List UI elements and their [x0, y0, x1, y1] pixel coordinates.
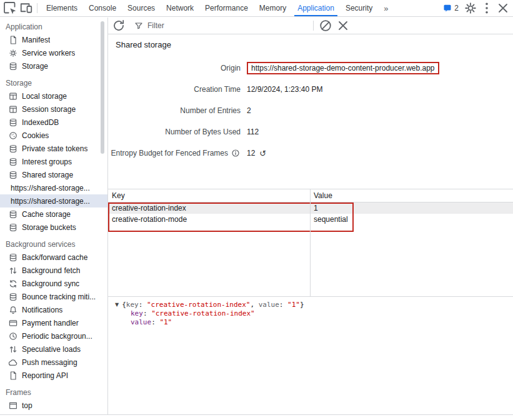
table-header: Key Value [108, 189, 513, 202]
filter-input[interactable] [147, 21, 309, 30]
cell-value: 1 [310, 204, 513, 212]
sidebar-item-local-storage[interactable]: Local storage [0, 89, 107, 102]
section-title-background-services: Background services [6, 240, 107, 249]
sidebar-item-private-state-tokens[interactable]: Private state tokens [0, 142, 107, 155]
section-title-application: Application [6, 22, 107, 31]
table-row-creative-rotation-mode[interactable]: creative-rotation-modesequential [108, 214, 513, 225]
sidebar-item-manifest[interactable]: Manifest [0, 33, 107, 46]
field-label-text: Origin [221, 64, 241, 72]
tab-network[interactable]: Network [161, 0, 199, 16]
sidebar-item-reporting-api[interactable]: Reporting API [0, 369, 107, 382]
field-label: Origin [108, 64, 241, 72]
tab-elements[interactable]: Elements [41, 0, 83, 16]
sidebar-tree: ApplicationManifestService workersStorag… [0, 22, 107, 412]
field-value-text: 112 [247, 128, 259, 136]
sidebar-item-top[interactable]: top [0, 399, 107, 412]
sidebar-item-label: Storage buckets [22, 223, 76, 232]
sidebar-item-label: Reporting API [22, 371, 68, 380]
tab-security[interactable]: Security [340, 0, 378, 16]
sidebar-item-interest-groups[interactable]: Interest groups [0, 155, 107, 168]
sidebar-item-cookies[interactable]: Cookies [0, 129, 107, 142]
sidebar-item-payment-handler[interactable]: Payment handler [0, 316, 107, 329]
tab-memory[interactable]: Memory [254, 0, 292, 16]
close-devtools-icon[interactable] [496, 1, 511, 16]
filter-funnel-icon [134, 21, 144, 31]
arrows-up-down-icon [8, 344, 18, 354]
delete-all-icon[interactable] [318, 18, 333, 33]
field-label-text: Number of Entries [180, 106, 241, 115]
section-title-storage: Storage [6, 79, 107, 88]
more-options-icon[interactable] [479, 1, 494, 16]
application-sidebar: ApplicationManifestService workersStorag… [0, 18, 108, 414]
sidebar-item-shared-storage[interactable]: Shared storage [0, 168, 107, 181]
field-label-text: Entropy Budget for Fenced Frames [111, 149, 228, 158]
clear-icon[interactable] [336, 18, 351, 33]
tab-console[interactable]: Console [83, 0, 122, 16]
column-header-key[interactable]: Key [108, 189, 310, 202]
tab-application[interactable]: Application [292, 0, 340, 16]
tab-sources[interactable]: Sources [122, 0, 161, 16]
database-icon [8, 157, 18, 167]
sidebar-item-background-sync[interactable]: Background sync [0, 277, 107, 290]
issues-icon[interactable]: 2 [439, 1, 462, 16]
field-label: Number of Bytes Used [108, 128, 241, 136]
refresh-icon[interactable] [111, 18, 126, 33]
sidebar-item-background-fetch[interactable]: Background fetch [0, 264, 107, 277]
database-icon [8, 144, 18, 154]
reset-budget-icon[interactable]: ↺ [259, 149, 266, 158]
sidebar-item-back-forward-cache[interactable]: Back/forward cache [0, 251, 107, 264]
field-value: https://shared-storage-demo-content-prod… [247, 62, 439, 74]
sidebar-item-label: Private state tokens [22, 144, 87, 153]
sidebar-item-label: Service workers [22, 49, 75, 58]
document-icon [8, 371, 18, 381]
sidebar-item-speculative-loads[interactable]: Speculative loads [0, 342, 107, 356]
column-header-value[interactable]: Value [310, 189, 513, 202]
report-field-number-of-entries: Number of Entries2 [108, 100, 513, 121]
cell-value: sequential [310, 215, 513, 224]
sidebar-item-https-shared-storage[interactable]: https://shared-storage... [0, 181, 107, 194]
sidebar-item-label: Push messaging [22, 358, 77, 367]
sync-icon [8, 279, 18, 289]
sidebar-item-storage-buckets[interactable]: Storage buckets [0, 221, 107, 234]
inspect-element-icon[interactable] [2, 1, 17, 16]
device-toolbar-icon[interactable] [19, 1, 34, 16]
sidebar-item-indexeddb[interactable]: IndexedDB [0, 116, 107, 129]
card-icon [8, 318, 18, 328]
table-row-creative-rotation-index[interactable]: creative-rotation-index1 [108, 202, 513, 214]
cell-key: creative-rotation-mode [108, 215, 310, 224]
sidebar-item-service-workers[interactable]: Service workers [0, 46, 107, 59]
field-label-text: Creation Time [194, 85, 241, 94]
frame-icon [8, 401, 18, 411]
sidebar-item-session-storage[interactable]: Session storage [0, 102, 107, 116]
column-divider[interactable] [310, 189, 311, 296]
sidebar-item-push-messaging[interactable]: Push messaging [0, 356, 107, 369]
field-value: 12/9/2024, 1:23:40 PM [247, 85, 322, 94]
storage-items-table: Key Value creative-rotation-index1creati… [108, 189, 513, 296]
more-tabs-icon[interactable]: » [379, 4, 392, 13]
issues-count: 2 [454, 4, 459, 12]
panel-toolbar [108, 18, 513, 34]
settings-gear-icon[interactable] [463, 1, 478, 16]
sidebar-item-storage[interactable]: Storage [0, 59, 107, 72]
sidebar-item-label: Cookies [22, 131, 49, 140]
sidebar-item-label: Payment handler [22, 319, 79, 328]
bell-icon [8, 305, 18, 315]
info-icon[interactable] [231, 148, 241, 158]
field-label: Entropy Budget for Fenced Frames [108, 148, 241, 158]
database-icon [8, 61, 18, 71]
sidebar-item-label: Background fetch [22, 266, 80, 275]
sidebar-item-cache-storage[interactable]: Cache storage [0, 208, 107, 221]
property-name: value [131, 318, 151, 326]
sidebar-item-periodic-backgroun[interactable]: Periodic backgroun... [0, 329, 107, 342]
database-icon [8, 170, 18, 180]
report-field-number-of-bytes-used: Number of Bytes Used112 [108, 121, 513, 142]
sidebar-item-https-shared-storage[interactable]: https://shared-storage... [0, 194, 107, 208]
sidebar-item-bounce-tracking-miti[interactable]: Bounce tracking miti... [0, 290, 107, 303]
tab-performance[interactable]: Performance [199, 0, 254, 16]
property-value: "creative-rotation-index" [151, 309, 255, 318]
expand-triangle-icon[interactable]: ▼ [115, 301, 119, 309]
sidebar-scrollbar[interactable] [101, 21, 104, 154]
sidebar-item-notifications[interactable]: Notifications [0, 303, 107, 316]
sidebar-item-label: top [22, 401, 32, 410]
property-separator: : [151, 318, 159, 326]
